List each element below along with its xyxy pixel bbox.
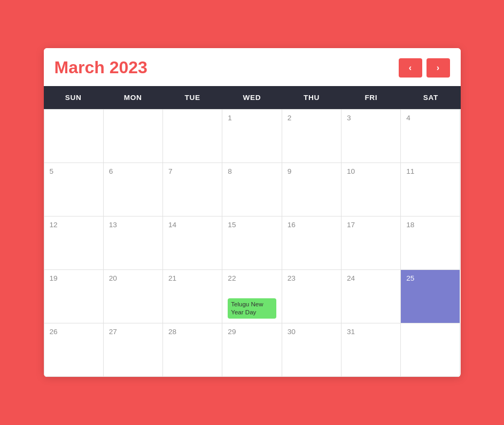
cell-date: 28 <box>168 328 216 336</box>
cell-date: 7 <box>168 167 216 175</box>
cell-date: 17 <box>347 221 395 229</box>
calendar-cell[interactable]: 16 <box>282 217 342 270</box>
cell-date: 4 <box>406 114 454 122</box>
calendar-cell[interactable]: 10 <box>342 163 401 217</box>
calendar-cell[interactable]: 28 <box>163 323 222 377</box>
day-header-sat: SAT <box>401 86 460 109</box>
cell-date: 29 <box>228 328 276 336</box>
calendar-cell[interactable]: 29 <box>222 323 282 377</box>
cell-date: 25 <box>406 274 454 282</box>
calendar-cell <box>44 110 104 163</box>
cell-date: 31 <box>347 328 395 336</box>
next-button[interactable]: › <box>427 58 450 78</box>
calendar-cell[interactable]: 18 <box>401 217 460 270</box>
calendar-cell[interactable]: 19 <box>44 270 104 323</box>
cell-date: 21 <box>168 274 216 282</box>
cell-date: 11 <box>406 167 454 175</box>
calendar-cell[interactable]: 4 <box>401 110 460 163</box>
nav-buttons: ‹ › <box>399 58 450 78</box>
calendar-cell[interactable]: 25 <box>401 270 460 323</box>
calendar-cell[interactable]: 24 <box>342 270 401 323</box>
calendar-cell[interactable]: 21 <box>163 270 222 323</box>
cell-date: 16 <box>288 221 336 229</box>
calendar-cell[interactable]: 9 <box>282 163 342 217</box>
cell-date: 23 <box>288 274 336 282</box>
cell-date: 14 <box>168 221 216 229</box>
calendar-cell[interactable]: 12 <box>44 217 104 270</box>
prev-button[interactable]: ‹ <box>399 58 422 78</box>
calendar-cell[interactable]: 6 <box>104 163 163 217</box>
day-header-mon: MON <box>103 86 162 109</box>
day-header-sun: SUN <box>44 86 103 109</box>
calendar-grid: 12345678910111213141516171819202122Telug… <box>44 109 461 377</box>
calendar-cell[interactable]: 15 <box>222 217 282 270</box>
calendar-cell[interactable]: 8 <box>222 163 282 217</box>
cell-date: 15 <box>228 221 276 229</box>
calendar-cell[interactable]: 7 <box>163 163 222 217</box>
cell-date: 6 <box>109 167 157 175</box>
event-badge[interactable]: Telugu New Year Day <box>228 298 276 319</box>
cell-date: 2 <box>288 114 336 122</box>
cell-date: 26 <box>50 328 98 336</box>
calendar-cell[interactable]: 11 <box>401 163 460 217</box>
calendar-cell[interactable]: 14 <box>163 217 222 270</box>
day-headers-row: SUNMONTUEWEDTHUFRISAT <box>44 86 461 109</box>
cell-date: 22 <box>228 274 276 282</box>
cell-date: 10 <box>347 167 395 175</box>
calendar-cell[interactable]: 3 <box>342 110 401 163</box>
cell-date: 8 <box>228 167 276 175</box>
cell-date: 20 <box>109 274 157 282</box>
calendar-cell <box>163 110 222 163</box>
calendar-cell[interactable]: 23 <box>282 270 342 323</box>
cell-date: 27 <box>109 328 157 336</box>
day-header-tue: TUE <box>162 86 222 109</box>
calendar-cell[interactable]: 27 <box>104 323 163 377</box>
calendar-cell[interactable]: 26 <box>44 323 104 377</box>
cell-date: 30 <box>288 328 336 336</box>
calendar-cell[interactable]: 5 <box>44 163 104 217</box>
calendar-title: March 2023 <box>55 58 148 78</box>
calendar-cell[interactable]: 30 <box>282 323 342 377</box>
cell-date: 12 <box>50 221 98 229</box>
calendar-container: March 2023 ‹ › SUNMONTUEWEDTHUFRISAT 123… <box>44 48 461 377</box>
calendar-cell <box>104 110 163 163</box>
calendar-cell[interactable]: 17 <box>342 217 401 270</box>
calendar-header: March 2023 ‹ › <box>44 48 461 86</box>
cell-date: 9 <box>288 167 336 175</box>
cell-date: 19 <box>50 274 98 282</box>
cell-date: 18 <box>406 221 454 229</box>
cell-date: 5 <box>50 167 98 175</box>
cell-date: 1 <box>228 114 276 122</box>
calendar-cell[interactable]: 2 <box>282 110 342 163</box>
cell-date: 24 <box>347 274 395 282</box>
day-header-thu: THU <box>282 86 341 109</box>
calendar-cell[interactable]: 1 <box>222 110 282 163</box>
day-header-wed: WED <box>222 86 282 109</box>
day-header-fri: FRI <box>342 86 401 109</box>
cell-date: 13 <box>109 221 157 229</box>
calendar-cell[interactable]: 22Telugu New Year Day <box>222 270 282 323</box>
calendar-cell[interactable]: 31 <box>342 323 401 377</box>
calendar-cell[interactable]: 13 <box>104 217 163 270</box>
calendar-cell[interactable]: 20 <box>104 270 163 323</box>
calendar-cell <box>401 323 460 377</box>
cell-date: 3 <box>347 114 395 122</box>
